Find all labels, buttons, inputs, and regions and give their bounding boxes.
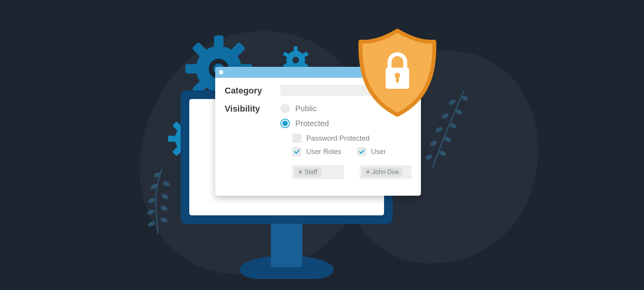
checkbox-icon: [292, 134, 302, 143]
svg-point-33: [148, 198, 155, 203]
checkbox-icon: [292, 147, 302, 156]
svg-point-29: [148, 221, 155, 227]
svg-point-36: [163, 181, 170, 187]
chip-label: John Doe: [372, 169, 399, 176]
svg-rect-7: [185, 64, 198, 73]
svg-rect-1: [214, 35, 223, 48]
svg-point-46: [449, 99, 456, 105]
svg-point-45: [455, 109, 462, 115]
visibility-option-protected[interactable]: Protected: [280, 119, 412, 128]
checkbox-user[interactable]: User: [357, 147, 386, 156]
svg-point-47: [462, 95, 468, 101]
checkbox-user-roles[interactable]: User Roles: [292, 147, 341, 156]
radio-icon: [280, 119, 290, 128]
users-chip-input[interactable]: × John Doe: [360, 165, 412, 179]
svg-rect-12: [294, 46, 298, 51]
role-chip[interactable]: × Staff: [295, 167, 321, 177]
svg-point-43: [450, 123, 457, 129]
svg-point-32: [161, 206, 168, 211]
checkbox-icon: [357, 147, 366, 156]
option-label: Public: [295, 104, 317, 113]
svg-rect-50: [396, 76, 399, 83]
checkbox-label: Password Protected: [306, 134, 370, 143]
window-control-icon[interactable]: [219, 70, 223, 74]
checkbox-label: User Roles: [306, 148, 341, 156]
checkbox-label: User: [371, 148, 386, 156]
svg-point-30: [161, 217, 168, 223]
svg-point-42: [435, 127, 443, 133]
radio-icon: [280, 104, 290, 113]
leaf-icon: [134, 165, 181, 236]
svg-point-40: [430, 141, 437, 147]
svg-point-18: [293, 57, 299, 64]
checkbox-password-protected[interactable]: Password Protected: [292, 134, 412, 143]
remove-chip-icon[interactable]: ×: [298, 169, 302, 176]
svg-rect-26: [168, 136, 176, 141]
roles-chip-input[interactable]: × Staff: [292, 165, 344, 179]
illustration-scene: Category Visibility Public Protected: [0, 0, 644, 290]
svg-point-34: [161, 194, 168, 199]
svg-point-39: [439, 151, 446, 156]
remove-chip-icon[interactable]: ×: [366, 169, 370, 176]
option-label: Protected: [295, 119, 329, 128]
user-chip[interactable]: × John Doe: [362, 167, 403, 177]
chip-label: Staff: [304, 169, 317, 176]
svg-point-44: [442, 113, 449, 119]
visibility-label: Visibility: [225, 103, 272, 114]
category-label: Category: [225, 85, 272, 96]
shield-icon: [358, 28, 437, 117]
svg-point-31: [147, 209, 154, 215]
svg-point-38: [425, 154, 432, 160]
svg-point-41: [444, 137, 451, 143]
